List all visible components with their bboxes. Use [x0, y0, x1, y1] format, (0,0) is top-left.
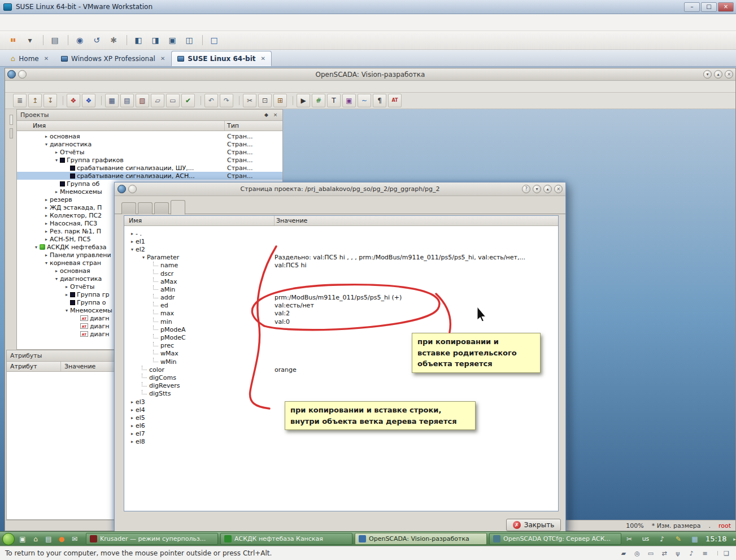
- keyboard-layout-indicator[interactable]: us: [640, 533, 651, 545]
- Группа графиков[interactable]: ▾Группа графиковСтран...: [17, 156, 282, 164]
- grid-icon[interactable]: #: [312, 94, 325, 107]
- task-krusader[interactable]: Krusader — режим суперпольз...: [86, 533, 218, 545]
- expander-icon[interactable]: ▸: [129, 439, 136, 444]
- expander-icon[interactable]: ▸: [63, 292, 70, 297]
- column-attribute[interactable]: Атрибут: [7, 362, 61, 371]
- vision-development-icon[interactable]: ❖: [67, 94, 80, 107]
- copy-icon[interactable]: ⊡: [258, 94, 272, 107]
- tab-processing[interactable]: [154, 202, 169, 214]
- show-desktop-button[interactable]: ▣: [17, 533, 28, 545]
- column-value[interactable]: Значение: [275, 217, 558, 224]
- maximize-button[interactable]: □: [701, 2, 717, 12]
- task-openscada-qtcfg[interactable]: OpenSCADA QTCfg: Сервер АСК...: [489, 533, 621, 545]
- text-element-icon[interactable]: T: [327, 94, 341, 107]
- klipper-icon[interactable]: ✂: [624, 533, 635, 545]
- power-pause-button[interactable]: ▮▮: [6, 33, 20, 47]
- expander-icon[interactable]: ▸: [129, 231, 136, 236]
- aMax[interactable]: aMax: [124, 277, 558, 285]
- column-type[interactable]: Тип: [225, 122, 282, 129]
- printer-status-icon[interactable]: ≡: [700, 549, 709, 557]
- close-dialog-button[interactable]: ✗ Закрыть: [506, 519, 561, 531]
- notes-icon[interactable]: ✎: [673, 533, 684, 545]
- digStts[interactable]: digStts: [124, 390, 558, 398]
- organizer-icon[interactable]: ▦: [689, 533, 700, 545]
- pointer-mode-icon[interactable]: ▶: [297, 94, 310, 107]
- min[interactable]: minval:0: [124, 318, 558, 325]
- tab-links[interactable]: [171, 200, 185, 215]
- срабатывание сигнализации, АСН...[interactable]: срабатывание сигнализации, АСН...Стран..…: [17, 172, 282, 180]
- print-icon[interactable]: ≣: [13, 94, 27, 107]
- expander-icon[interactable]: ▾: [33, 245, 40, 250]
- expander-icon[interactable]: ▾: [129, 247, 136, 252]
- aMin[interactable]: aMin: [124, 285, 558, 293]
- diagram-element-icon[interactable]: ~: [358, 94, 371, 107]
- tab-windows-xp[interactable]: Windows XP Professional ✕: [55, 51, 171, 66]
- dialog-titlebar[interactable]: Страница проекта: /prj_abalakovo/pg_so/p…: [115, 183, 565, 196]
- restore-button[interactable]: ▴: [714, 70, 722, 79]
- expander-icon[interactable]: ▸: [43, 134, 50, 139]
- show-library-button[interactable]: ◧: [131, 33, 146, 47]
- column-name[interactable]: Имя: [17, 121, 225, 131]
- expander-icon[interactable]: ▸: [43, 229, 50, 234]
- konsole-button[interactable]: ▤: [43, 533, 54, 545]
- диагностика[interactable]: ▾диагностикаСтран...: [17, 140, 282, 148]
- ed[interactable]: edval:есть/нет: [124, 302, 558, 310]
- close-button[interactable]: ×: [725, 70, 733, 79]
- срабатывание сигнализации, ШУ,...[interactable]: срабатывание сигнализации, ШУ,...Стран..…: [17, 164, 282, 172]
- expander-icon[interactable]: ▸: [43, 253, 50, 258]
- expander-icon[interactable]: ▾: [63, 308, 70, 313]
- floppy-status-icon[interactable]: ▭: [646, 549, 655, 557]
- side-tab-projects[interactable]: [10, 115, 13, 125]
- browser-button[interactable]: ●: [56, 533, 67, 545]
- task-openscada-vision[interactable]: OpenSCADA: Vision-разработка: [355, 533, 487, 545]
- usb-status-icon[interactable]: ψ: [673, 549, 682, 557]
- task-askdk-neftebaza[interactable]: АСКДК нефтебаза Канская: [220, 533, 352, 545]
- dock-float-button[interactable]: ◆: [263, 111, 270, 119]
- expander-icon[interactable]: ▸: [43, 205, 50, 210]
- console-view-button[interactable]: ▣: [165, 33, 180, 47]
- redo-icon[interactable]: ↷: [220, 94, 233, 107]
- fullscreen-button[interactable]: □: [207, 33, 221, 47]
- zoom-select-icon[interactable]: ▱: [151, 94, 164, 107]
- help-button[interactable]: ?: [522, 185, 530, 193]
- unity-view-button[interactable]: ◫: [182, 33, 197, 47]
- expander-icon[interactable]: ▸: [43, 213, 50, 218]
- el7[interactable]: ▸el7: [124, 430, 558, 438]
- expander-icon[interactable]: ▸: [53, 150, 60, 155]
- app-globe-icon[interactable]: [7, 70, 16, 79]
- expander-icon[interactable]: ▸: [129, 431, 136, 436]
- clock[interactable]: 15:18: [705, 535, 726, 543]
- max[interactable]: maxval:2: [124, 310, 558, 318]
- snapshot-revert-button[interactable]: ↺: [89, 33, 104, 47]
- expander-icon[interactable]: ▾: [53, 276, 60, 281]
- pin-button[interactable]: [128, 185, 137, 193]
- expander-icon[interactable]: ▸: [43, 221, 50, 226]
- power-options-dropdown[interactable]: ▾: [23, 33, 37, 47]
- expander-icon[interactable]: ▾: [53, 158, 60, 163]
- send-ctrl-alt-del-button[interactable]: ▤: [47, 33, 62, 47]
- tab-close-icon[interactable]: ✕: [160, 55, 165, 62]
- sound-status-icon[interactable]: ♪: [687, 549, 696, 557]
- addr[interactable]: addrprm:/ModBus/m911e_011/ps5/ps5_hi (+): [124, 294, 558, 302]
- paste-icon[interactable]: ⊞: [273, 94, 287, 107]
- save-to-db-icon[interactable]: ↧: [43, 94, 57, 107]
- volume-icon[interactable]: ♪: [656, 533, 668, 545]
- show-thumbnail-bar-button[interactable]: ◨: [148, 33, 163, 47]
- tab-attributes[interactable]: [138, 202, 153, 214]
- side-tab-widget[interactable]: [10, 128, 13, 138]
- Parameter[interactable]: ▾ParameterРаздельно: val:ПС5 hi , , , pr…: [124, 254, 558, 262]
- column-name[interactable]: Имя: [124, 216, 275, 225]
- new-frame-icon[interactable]: ▦: [105, 94, 119, 107]
- tab-widget[interactable]: [121, 202, 136, 214]
- load-from-db-icon[interactable]: ↥: [28, 94, 42, 107]
- name[interactable]: nameval:ПС5 hi: [124, 262, 558, 270]
- kmenu-geeko-button[interactable]: [2, 533, 15, 545]
- pin-button[interactable]: [18, 70, 27, 79]
- restore-layout-icon[interactable]: ❏: [722, 549, 731, 557]
- element-box-at-icon[interactable]: AT: [388, 94, 402, 107]
- vision-runtime-icon[interactable]: ❖: [82, 94, 95, 107]
- cut-icon[interactable]: ✂: [243, 94, 256, 107]
- panel-hide-arrow[interactable]: ▸: [731, 536, 736, 542]
- openscada-titlebar[interactable]: OpenSCADA: Vision-разработка ▾▴×: [5, 68, 735, 81]
- expander-icon[interactable]: ▾: [43, 261, 50, 266]
